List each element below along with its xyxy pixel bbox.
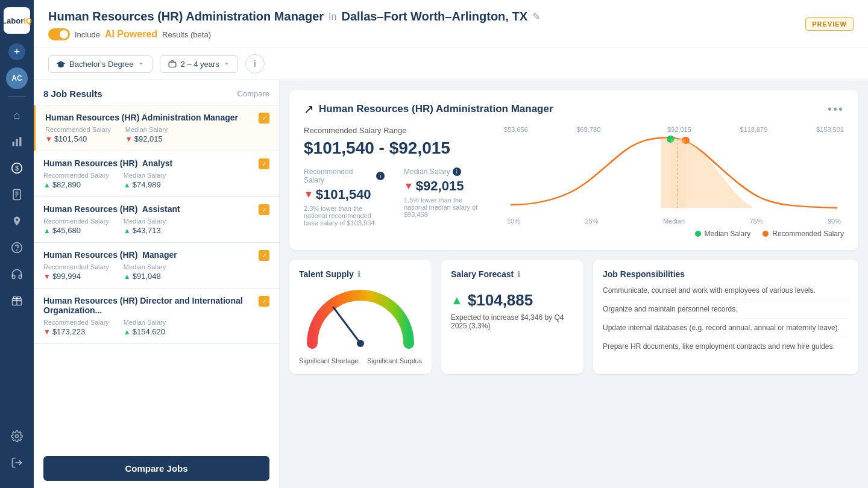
home-icon[interactable]: ⌂	[6, 104, 28, 126]
surplus-label: Significant Surplus	[367, 357, 422, 364]
talent-supply-info-icon[interactable]: ℹ	[357, 270, 360, 279]
page-title: Human Resources (HR) Administration Mana…	[48, 10, 324, 23]
job-item[interactable]: Human Resources (HR) Administration Mana…	[34, 105, 279, 151]
job-title: Human Resources (HR) Analyst	[43, 158, 254, 168]
responsibilities-list: Communicate, counsel and work with emplo…	[603, 286, 849, 355]
add-button[interactable]: +	[8, 43, 25, 60]
job-item[interactable]: Human Resources (HR) Assistant Recommend…	[34, 197, 279, 243]
job-checkbox[interactable]	[259, 158, 269, 169]
med-salary-value: ▼ $92,015	[404, 178, 485, 194]
compare-jobs-button[interactable]: Compare Jobs	[43, 456, 269, 481]
forecast-note: Expected to increase $4,346 by Q4 2025 (…	[451, 313, 574, 330]
sidebar: LaborIQ + AC ⌂ $	[0, 0, 34, 488]
chart-icon[interactable]	[6, 131, 28, 152]
education-filter[interactable]: Bachelor's Degree	[48, 55, 153, 73]
forecast-value: ▲ $104,885	[451, 291, 574, 310]
compare-link[interactable]: Compare	[237, 89, 269, 98]
responsibility-item: Update internal databases (e.g. record a…	[603, 324, 849, 337]
job-title: Human Resources (HR) Assistant	[43, 204, 254, 214]
job-checkbox[interactable]	[259, 296, 269, 307]
card-title: Human Resources (HR) Administration Mana…	[319, 103, 553, 115]
svg-rect-20	[671, 139, 686, 208]
svg-rect-0	[13, 142, 14, 146]
logo-accent: IQ	[24, 16, 32, 25]
svg-rect-1	[16, 139, 17, 146]
ai-suffix: Results (beta)	[162, 30, 211, 39]
job-list: Human Resources (HR) Administration Mana…	[34, 105, 279, 449]
salary-range-label: Recommended Salary Range	[304, 126, 485, 135]
svg-text:$: $	[15, 165, 19, 172]
svg-point-22	[357, 340, 364, 347]
avatar: AC	[6, 67, 28, 89]
main-content: Human Resources (HR) Administration Mana…	[34, 0, 868, 488]
job-item[interactable]: Human Resources (HR) Analyst Recommended…	[34, 151, 279, 197]
job-list-header: 8 Job Results Compare	[34, 80, 279, 105]
job-checkbox[interactable]	[259, 250, 269, 261]
experience-filter[interactable]: 2 – 4 years	[160, 55, 238, 73]
job-checkbox[interactable]	[259, 113, 269, 124]
gift-icon[interactable]	[6, 290, 28, 311]
svg-line-21	[333, 307, 360, 343]
card-menu-button[interactable]: •••	[828, 102, 844, 116]
bell-curve-chart	[504, 136, 844, 214]
responsibility-item: Prepare HR documents, like employment co…	[603, 342, 849, 355]
right-panel: ↗ Human Resources (HR) Administration Ma…	[280, 80, 868, 488]
job-title: Human Resources (HR) Manager	[43, 250, 254, 260]
med-info-icon[interactable]: i	[453, 167, 461, 176]
svg-rect-2	[19, 137, 21, 146]
talent-supply-card: Talent Supply ℹ	[289, 260, 432, 374]
info-button[interactable]: i	[245, 54, 265, 74]
sidebar-divider	[8, 96, 26, 97]
med-salary-note: 1.5% lower than the national median sala…	[404, 196, 485, 218]
preview-badge: PREVIEW	[805, 17, 854, 31]
header-location: Dallas–Fort Worth–Arlington, TX	[341, 10, 527, 23]
job-item[interactable]: Human Resources (HR) Director and Intern…	[34, 289, 279, 344]
logo: LaborIQ	[4, 7, 30, 34]
forecast-info-icon[interactable]: ℹ	[517, 270, 520, 279]
ai-toggle[interactable]	[48, 28, 70, 40]
headset-icon[interactable]	[6, 263, 28, 285]
settings-icon[interactable]	[6, 425, 28, 447]
responsibility-item: Organize and maintain personnel records.	[603, 305, 849, 319]
rec-salary-label: Recommended Salary i	[304, 167, 385, 184]
responsibilities-title: Job Responsibilities	[603, 269, 685, 279]
svg-rect-16	[169, 62, 176, 67]
salary-range-value: $101,540 - $92,015	[304, 139, 485, 158]
talent-supply-title: Talent Supply	[299, 269, 354, 279]
med-salary-label: Median Salary i	[404, 167, 485, 176]
rec-salary-value: ▼ $101,540	[304, 187, 385, 202]
clipboard-icon[interactable]	[6, 184, 28, 205]
salary-forecast-card: Salary Forecast ℹ ▲ $104,885 Expected to…	[441, 260, 583, 374]
chart-axis-labels: $53,656 $69,780 $92,015 $118,879 $153,50…	[504, 126, 844, 133]
question-icon[interactable]	[6, 237, 28, 258]
shortage-label: Significant Shortage	[299, 357, 358, 364]
page-header: Human Resources (HR) Administration Mana…	[34, 0, 868, 48]
location-icon[interactable]	[6, 210, 28, 232]
rec-info-icon[interactable]: i	[376, 172, 385, 180]
salary-forecast-title: Salary Forecast	[451, 269, 514, 279]
job-title: Human Resources (HR) Director and Intern…	[43, 296, 254, 315]
education-label: Bachelor's Degree	[69, 60, 134, 69]
job-responsibilities-card: Job Responsibilities Communicate, counse…	[593, 260, 858, 374]
job-item[interactable]: Human Resources (HR) Manager Recommended…	[34, 243, 279, 289]
job-checkbox[interactable]	[259, 204, 269, 215]
filters-row: Bachelor's Degree 2 – 4 years i	[34, 48, 868, 80]
card-expand-icon: ↗	[304, 102, 314, 116]
ai-powered-link[interactable]: AI Powered	[105, 29, 157, 40]
edit-location-icon[interactable]: ✎	[532, 11, 540, 22]
svg-point-10	[17, 250, 17, 251]
ai-toggle-label: Include	[75, 30, 100, 39]
svg-point-14	[16, 435, 19, 438]
logout-icon[interactable]	[6, 452, 28, 474]
job-results-count: 8 Job Results	[43, 89, 102, 99]
gauge-container: Significant Shortage Significant Surplus	[299, 286, 422, 364]
job-list-panel: 8 Job Results Compare Human Resources (H…	[34, 80, 280, 488]
experience-label: 2 – 4 years	[181, 60, 219, 69]
job-title: Human Resources (HR) Administration Mana…	[45, 113, 254, 122]
body-split: 8 Job Results Compare Human Resources (H…	[34, 80, 868, 488]
salary-icon[interactable]: $	[6, 157, 28, 179]
gauge-chart	[300, 286, 421, 352]
chart-legend: Median Salary Recommended Salary	[504, 230, 844, 238]
header-in-label: In	[329, 11, 336, 22]
gauge-labels: Significant Shortage Significant Surplus	[299, 357, 422, 364]
